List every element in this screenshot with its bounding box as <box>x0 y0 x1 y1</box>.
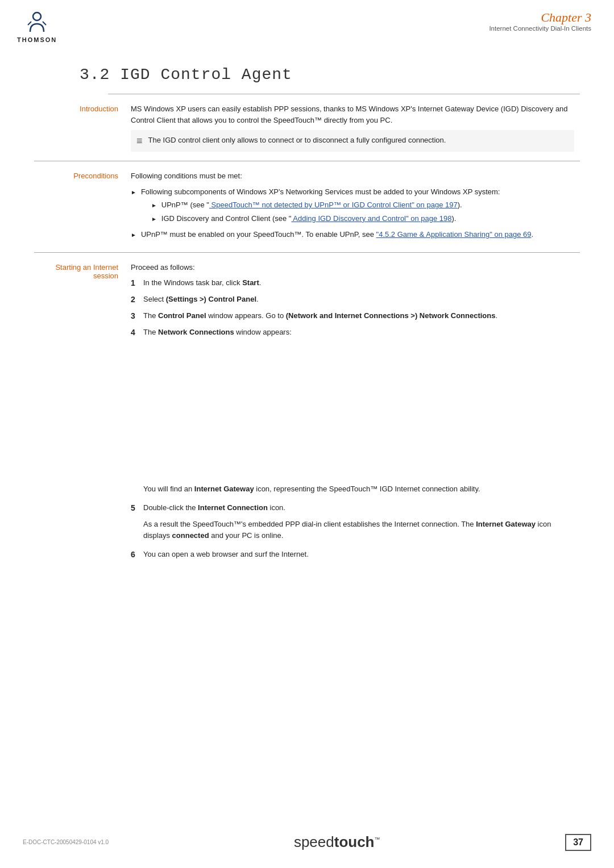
precondition-item-2: ► UPnP™ must be enabled on your SpeedTou… <box>131 229 574 240</box>
step-text-1: In the Windows task bar, click Start. <box>143 277 574 289</box>
precondition-text-1: Following subcomponents of Windows XP's … <box>141 186 500 227</box>
preconditions-section: Preconditions Following conditions must … <box>34 161 580 253</box>
note-text: The IGD control client only allows to co… <box>148 135 446 146</box>
step-5-main: 5 Double-click the Internet Connection i… <box>131 502 285 514</box>
introduction-section: Introduction MS Windows XP users can eas… <box>34 94 580 161</box>
step-text-4: The Network Connections window appears: <box>143 327 574 479</box>
svg-point-0 <box>33 12 41 20</box>
step-4: 4 The Network Connections window appears… <box>131 327 574 479</box>
preconditions-intro: Following conditions must be met: <box>131 170 574 182</box>
bullet-arrow-2: ► <box>131 231 136 239</box>
step-5-note-area: You will find an Internet Gateway icon, … <box>131 483 480 499</box>
step-num-2: 2 <box>131 294 143 306</box>
steps-list: 1 In the Windows task bar, click Start. … <box>131 277 574 561</box>
main-content: 3.2 IGD Control Agent Introduction MS Wi… <box>0 43 614 586</box>
introduction-note: ≡ The IGD control client only allows to … <box>131 130 574 152</box>
preconditions-body: Following conditions must be met: ► Foll… <box>131 170 580 243</box>
step-5-spacer <box>131 483 143 495</box>
step-num-6: 6 <box>131 549 143 561</box>
step-num-3: 3 <box>131 310 143 322</box>
step-5: You will find an Internet Gateway icon, … <box>131 483 574 515</box>
page-number: 37 <box>565 834 591 851</box>
step-3: 3 The Control Panel window appears. Go t… <box>131 310 574 322</box>
precondition-item-1: ► Following subcomponents of Windows XP'… <box>131 186 574 227</box>
bullet-arrow-1: ► <box>131 188 136 197</box>
link-upnp[interactable]: SpeedTouch™ not detected by UPnP™ or IGD… <box>209 201 458 209</box>
section-title: 3.2 IGD Control Agent <box>80 66 580 84</box>
speedtouch-tm: ™ <box>375 836 380 842</box>
chapter-info: Chapter 3 Internet Connectivity Dial-In … <box>489 10 591 32</box>
step-num-1: 1 <box>131 277 143 289</box>
sub-item-2: ► IGD Discovery and Control Client (see … <box>151 213 500 224</box>
step-num-4: 4 <box>131 327 143 339</box>
step-text-2: Select (Settings >) Control Panel. <box>143 294 574 305</box>
introduction-body: MS Windows XP users can easily establish… <box>131 103 580 152</box>
sub-text-2: IGD Discovery and Control Client (see " … <box>161 213 457 224</box>
sub-arrow-1: ► <box>151 201 157 210</box>
preconditions-list: ► Following subcomponents of Windows XP'… <box>131 186 574 240</box>
step-2: 2 Select (Settings >) Control Panel. <box>131 294 574 306</box>
starting-intro: Proceed as follows: <box>131 262 574 273</box>
sub-item-1: ► UPnP™ (see " SpeedTouch™ not detected … <box>151 199 500 211</box>
svg-line-2 <box>43 22 46 25</box>
introduction-text: MS Windows XP users can easily establish… <box>131 103 574 126</box>
preconditions-label: Preconditions <box>34 170 131 243</box>
page-header: THOMSON Chapter 3 Internet Connectivity … <box>0 0 614 43</box>
page-footer: E-DOC-CTC-20050429-0104 v1.0 speedtouch™… <box>0 833 614 851</box>
step-6-main: 6 You can open a web browser and surf th… <box>131 549 309 561</box>
speedtouch-bold: touch <box>334 833 375 850</box>
link-game-sharing[interactable]: "4.5.2 Game & Application Sharing" on pa… <box>376 230 532 239</box>
speedtouch-wordmark: speedtouch™ <box>294 833 380 851</box>
link-igd[interactable]: Adding IGD Discovery and Control" on pag… <box>291 214 451 223</box>
starting-section: Starting an Internet session Proceed as … <box>34 253 580 575</box>
step-num-5: 5 <box>131 502 143 514</box>
sub-arrow-2: ► <box>151 215 157 223</box>
step-5-note: You will find an Internet Gateway icon, … <box>143 483 480 495</box>
sub-text-1: UPnP™ (see " SpeedTouch™ not detected by… <box>161 199 462 211</box>
starting-label-line1: Starting an Internet <box>55 263 118 272</box>
footer-doc-id: E-DOC-CTC-20050429-0104 v1.0 <box>23 839 109 845</box>
note-icon: ≡ <box>136 135 143 147</box>
starting-label: Starting an Internet session <box>34 262 131 566</box>
step-text-3: The Control Panel window appears. Go to … <box>143 310 574 322</box>
svg-line-1 <box>28 22 31 25</box>
step-6-note: As a result the SpeedTouch™'s embedded P… <box>143 519 574 541</box>
chapter-label: Chapter 3 <box>489 10 591 25</box>
precondition-text-2: UPnP™ must be enabled on your SpeedTouch… <box>141 229 533 240</box>
starting-body: Proceed as follows: 1 In the Windows tas… <box>131 262 580 566</box>
sub-bullet-list-1: ► UPnP™ (see " SpeedTouch™ not detected … <box>151 199 500 224</box>
step-6-spacer <box>131 519 143 531</box>
speedtouch-logo-footer: speedtouch™ <box>294 833 380 851</box>
step-1: 1 In the Windows task bar, click Start. <box>131 277 574 289</box>
step-6-note-area: As a result the SpeedTouch™'s embedded P… <box>131 519 574 545</box>
network-connections-image <box>143 343 574 479</box>
step-6: As a result the SpeedTouch™'s embedded P… <box>131 519 574 561</box>
thomson-wordmark: THOMSON <box>17 36 57 43</box>
chapter-subtitle: Internet Connectivity Dial-In Clients <box>489 25 591 32</box>
thomson-logo-icon <box>24 10 49 35</box>
step-text-5: Double-click the Internet Connection ico… <box>143 502 285 514</box>
thomson-logo: THOMSON <box>17 10 57 43</box>
starting-label-line2: session <box>93 272 118 280</box>
step-text-6: You can open a web browser and surf the … <box>143 549 309 560</box>
introduction-label: Introduction <box>34 103 131 152</box>
